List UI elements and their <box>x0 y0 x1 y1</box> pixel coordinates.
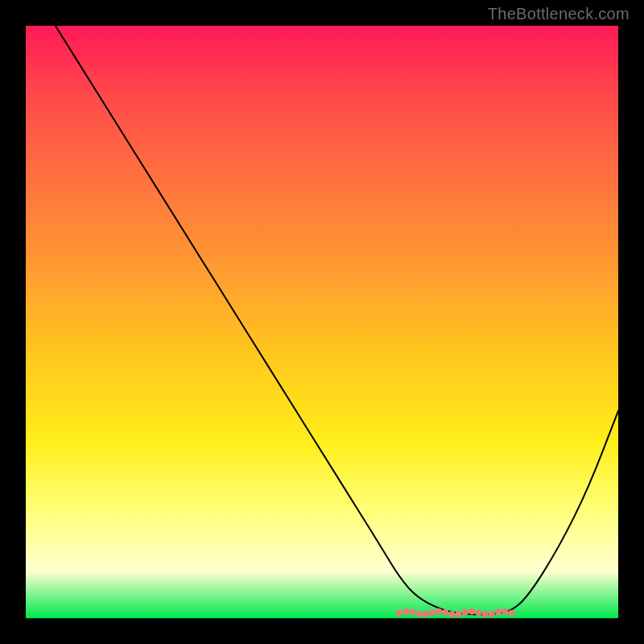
valley-dot <box>436 609 442 615</box>
valley-dot <box>396 609 402 616</box>
valley-dot <box>402 609 409 615</box>
valley-dot <box>502 609 508 615</box>
valley-dot <box>449 611 456 617</box>
valley-dot <box>456 611 462 617</box>
bottleneck-curve <box>56 26 618 614</box>
valley-dot <box>442 609 448 616</box>
valley-dot <box>429 609 436 616</box>
valley-dot <box>489 611 495 617</box>
valley-dot <box>509 610 515 617</box>
valley-dot <box>409 609 415 615</box>
valley-dot <box>495 609 502 615</box>
curve-svg <box>26 26 618 618</box>
valley-dot <box>482 611 489 617</box>
valley-dot <box>462 609 469 616</box>
chart-frame: TheBottleneck.com <box>0 0 644 644</box>
valley-dot <box>469 609 475 615</box>
valley-dot <box>475 609 481 616</box>
valley-dot <box>423 611 429 617</box>
valley-dot <box>415 611 422 617</box>
watermark-text: TheBottleneck.com <box>488 5 630 23</box>
plot-area <box>26 26 618 618</box>
